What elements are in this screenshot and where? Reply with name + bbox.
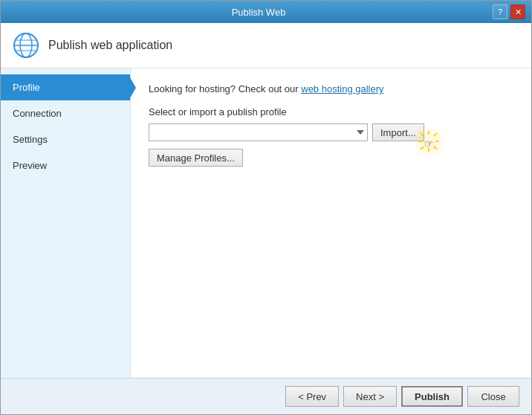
hosting-line: Looking for hosting? Check out our web h… (149, 83, 513, 94)
next-button[interactable]: Next > (343, 386, 397, 407)
manage-profiles-label: Manage Profiles... (157, 152, 235, 164)
svg-line-13 (421, 147, 424, 149)
title-controls: ? ✕ (493, 4, 525, 19)
sidebar-item-connection[interactable]: Connection (1, 100, 130, 126)
globe-icon (13, 32, 39, 59)
import-button-label: Import... (380, 127, 416, 138)
sidebar-label-connection: Connection (13, 108, 62, 119)
svg-point-5 (14, 33, 38, 57)
manage-profiles-button[interactable]: Manage Profiles... (149, 149, 243, 167)
profile-dropdown[interactable] (149, 123, 368, 141)
svg-line-10 (421, 133, 424, 136)
manage-row: Manage Profiles... (149, 149, 513, 167)
profile-row: Import... (149, 123, 513, 141)
next-button-label: Next > (356, 391, 384, 402)
footer: < Prev Next > Publish Close (1, 378, 531, 414)
sidebar-label-preview: Preview (13, 160, 47, 171)
title-bar: Publish Web ? ✕ (1, 1, 531, 23)
header-title: Publish web application (48, 39, 172, 52)
window-close-button[interactable]: ✕ (510, 4, 525, 19)
publish-button-label: Publish (415, 391, 450, 402)
close-button[interactable]: Close (467, 386, 519, 407)
publish-web-dialog: Publish Web ? ✕ Publish web application … (0, 0, 532, 415)
hosting-text: Looking for hosting? Check out our (149, 83, 301, 94)
sidebar: Profile Connection Settings Preview (1, 68, 131, 378)
sidebar-item-settings[interactable]: Settings (1, 126, 130, 152)
dialog-title: Publish Web (25, 7, 493, 18)
sidebar-label-settings: Settings (13, 134, 48, 145)
sidebar-item-preview[interactable]: Preview (1, 152, 130, 178)
sidebar-label-profile: Profile (13, 82, 40, 93)
close-button-label: Close (481, 391, 505, 402)
publish-button[interactable]: Publish (401, 386, 463, 407)
sidebar-item-profile[interactable]: Profile (1, 74, 130, 100)
svg-line-12 (434, 133, 437, 136)
help-button[interactable]: ? (493, 4, 507, 19)
click-cursor: ☞ (417, 129, 441, 157)
main-panel: Looking for hosting? Check out our web h… (131, 68, 531, 378)
header-strip: Publish web application (1, 23, 531, 68)
prev-button-label: < Prev (298, 391, 326, 402)
svg-line-11 (434, 147, 437, 149)
select-label: Select or import a publish profile (149, 106, 513, 118)
hosting-gallery-link[interactable]: web hosting gallery (301, 83, 383, 94)
svg-text:☞: ☞ (424, 138, 434, 149)
content-area: Profile Connection Settings Preview Look… (1, 68, 531, 378)
prev-button[interactable]: < Prev (285, 386, 339, 407)
